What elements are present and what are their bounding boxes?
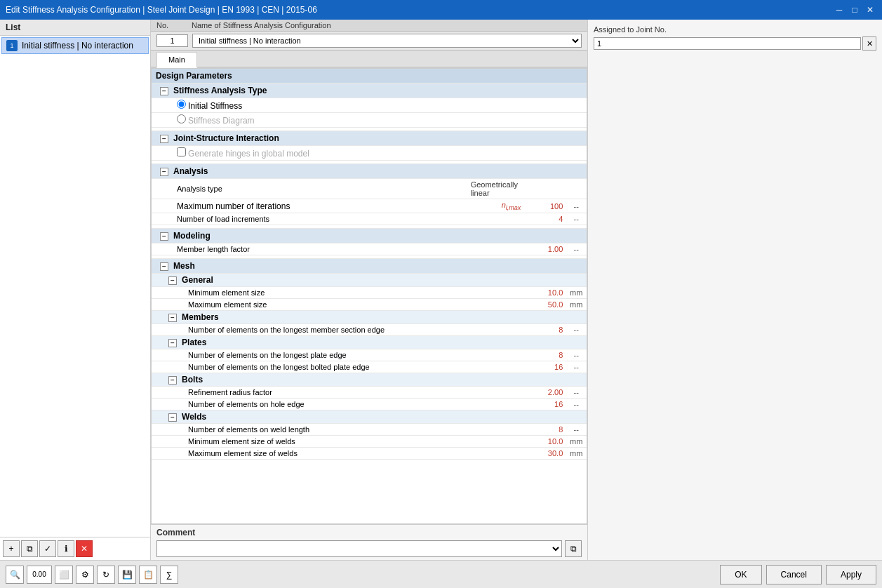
no-label: No. <box>156 21 192 29</box>
elements-plate-unit: -- <box>566 349 587 361</box>
collapse-mesh[interactable]: − <box>160 262 168 271</box>
elements-hole-value: 16 <box>523 399 566 410</box>
max-element-row: Maximum element size 50.0 mm <box>152 299 587 311</box>
max-weld-row: Maximum element size of welds 30.0 mm <box>152 448 587 460</box>
elements-weld-row: Number of elements on weld length 8 -- <box>152 424 587 436</box>
tool-refresh[interactable]: ↻ <box>97 566 115 584</box>
welds-label: Welds <box>182 412 206 422</box>
bolts-label: Bolts <box>182 375 203 385</box>
check-button[interactable]: ✓ <box>39 540 56 557</box>
tool-decimal[interactable]: 0.00 <box>27 566 52 584</box>
assigned-input[interactable] <box>594 37 861 50</box>
window-controls: ─ □ ✕ <box>833 4 876 16</box>
member-length-unit: -- <box>566 243 587 255</box>
tool-sum[interactable]: ∑ <box>160 566 178 584</box>
tab-main[interactable]: Main <box>156 52 197 68</box>
apply-button[interactable]: Apply <box>826 565 876 584</box>
collapse-members[interactable]: − <box>168 314 177 322</box>
collapse-modeling[interactable]: − <box>160 232 168 241</box>
tab-bar: Main <box>151 51 587 68</box>
initial-stiffness-row: Initial Stiffness <box>152 98 587 113</box>
tool-search[interactable]: 🔍 <box>6 566 24 584</box>
minimize-button[interactable]: ─ <box>833 4 846 16</box>
stiffness-type-label: Stiffness Analysis Type <box>173 86 267 95</box>
elements-weld-unit: -- <box>566 424 587 436</box>
stiffness-diagram-label: Stiffness Diagram <box>188 116 254 126</box>
assigned-clear-button[interactable]: ✕ <box>862 36 876 51</box>
comment-select[interactable] <box>156 540 562 557</box>
analysis-label: Analysis <box>173 166 208 176</box>
tool-clipboard[interactable]: 📋 <box>139 566 157 584</box>
window-title: Edit Stiffness Analysis Configuration | … <box>6 5 317 15</box>
min-element-row: Minimum element size 10.0 mm <box>152 287 587 299</box>
modeling-section: − Modeling <box>152 229 587 243</box>
generate-hinges-label: Generate hinges in global model <box>188 149 309 159</box>
joint-structure-section: − Joint-Structure Interaction <box>152 131 587 146</box>
max-iterations-row: Maximum number of iterations ni,max 100 … <box>152 199 587 213</box>
list-item[interactable]: 1 Initial stiffness | No interaction <box>1 37 149 54</box>
tool-settings[interactable]: ⚙ <box>76 566 94 584</box>
analysis-type-value: Geometrically linear <box>468 179 524 199</box>
design-params-header: Design Parameters <box>152 69 587 83</box>
comment-row: ⧉ <box>156 540 582 557</box>
list-actions: + ⧉ ✓ ℹ ✕ <box>0 537 150 560</box>
list-panel: List 1 Initial stiffness | No interactio… <box>0 20 151 560</box>
refinement-unit: -- <box>566 387 587 399</box>
analysis-section: − Analysis <box>152 164 587 179</box>
load-increments-name: Number of load increments <box>152 213 468 225</box>
collapse-general[interactable]: − <box>168 276 177 285</box>
close-button[interactable]: ✕ <box>864 4 876 16</box>
min-element-name: Minimum element size <box>152 287 468 299</box>
refinement-row: Refinement radius factor 2.00 -- <box>152 387 587 399</box>
collapse-welds[interactable]: − <box>168 413 177 422</box>
add-button[interactable]: + <box>3 540 20 557</box>
main-layout: List 1 Initial stiffness | No interactio… <box>0 20 882 560</box>
comment-label: Comment <box>156 528 582 537</box>
bolts-subsection: − Bolts <box>152 373 587 387</box>
members-subsection: − Members <box>152 311 587 324</box>
min-weld-unit: mm <box>566 436 587 448</box>
no-input[interactable] <box>156 34 188 47</box>
delete-button[interactable]: ✕ <box>76 540 93 557</box>
cancel-button[interactable]: Cancel <box>766 565 822 584</box>
collapse-plates[interactable]: − <box>168 339 177 347</box>
elements-member-row: Number of elements on the longest member… <box>152 324 587 336</box>
collapse-joint[interactable]: − <box>160 135 168 143</box>
maximize-button[interactable]: □ <box>848 4 861 16</box>
ok-button[interactable]: OK <box>720 565 761 584</box>
design-params-label: Design Parameters <box>156 71 232 81</box>
welds-subsection: − Welds <box>152 410 587 424</box>
max-element-name: Maximum element size <box>152 299 468 311</box>
analysis-type-row: Analysis type Geometrically linear <box>152 179 587 199</box>
general-label: General <box>182 275 213 285</box>
stiffness-diagram-radio[interactable] <box>177 114 186 123</box>
collapse-stiffness[interactable]: − <box>160 87 168 95</box>
collapse-analysis[interactable]: − <box>160 168 168 176</box>
max-weld-unit: mm <box>566 448 587 460</box>
info-button[interactable]: ℹ <box>58 540 74 557</box>
max-weld-value: 30.0 <box>523 448 566 460</box>
plates-label: Plates <box>182 338 206 347</box>
generate-hinges-checkbox[interactable] <box>177 147 186 156</box>
comment-copy-button[interactable]: ⧉ <box>565 540 582 557</box>
min-element-value: 10.0 <box>523 287 566 299</box>
elements-member-value: 8 <box>523 324 566 336</box>
param-container: Design Parameters − Stiffness Analysis T… <box>151 68 587 524</box>
tool-select[interactable]: ⬜ <box>55 566 73 584</box>
initial-stiffness-label: Initial Stiffness <box>188 101 242 111</box>
elements-weld-value: 8 <box>523 424 566 436</box>
elements-member-unit: -- <box>566 324 587 336</box>
general-subsection: − General <box>152 274 587 287</box>
member-length-value: 1.00 <box>523 243 566 255</box>
refinement-value: 2.00 <box>523 387 566 399</box>
collapse-bolts[interactable]: − <box>168 376 177 385</box>
duplicate-button[interactable]: ⧉ <box>21 540 38 557</box>
tool-save[interactable]: 💾 <box>118 566 136 584</box>
initial-stiffness-radio[interactable] <box>177 100 186 109</box>
name-select[interactable]: Initial stiffness | No interaction <box>192 34 582 48</box>
elements-bolted-unit: -- <box>566 361 587 373</box>
assigned-label: Assigned to Joint No. <box>594 25 667 34</box>
bottom-left-tools: 🔍 0.00 ⬜ ⚙ ↻ 💾 📋 ∑ <box>6 566 178 584</box>
joint-structure-label: Joint-Structure Interaction <box>173 133 279 143</box>
list-header: List <box>0 20 150 36</box>
